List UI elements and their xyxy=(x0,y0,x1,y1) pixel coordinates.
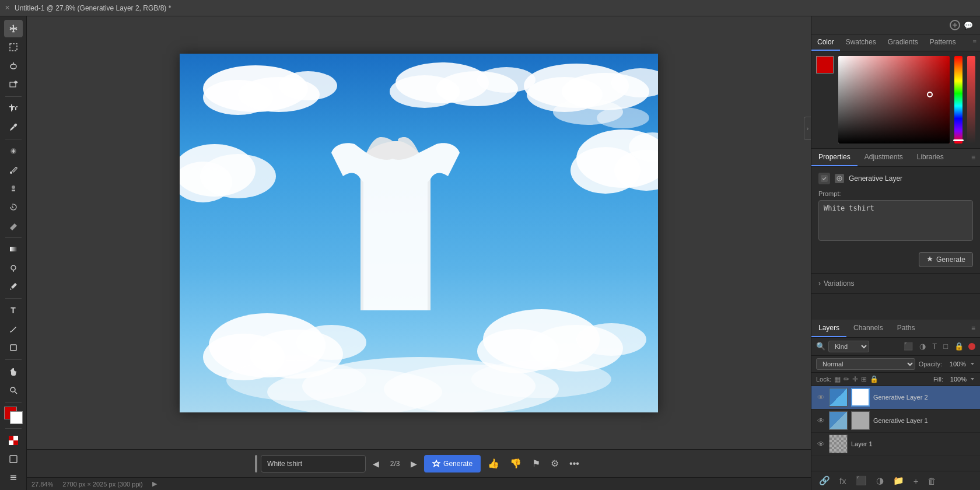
lock-transparent-btn[interactable]: ▦ xyxy=(834,375,841,383)
pen-tool[interactable] xyxy=(4,278,23,295)
close-button[interactable]: ✕ xyxy=(5,4,10,12)
tab-layers[interactable]: Layers xyxy=(811,320,846,337)
layer-adjustment-btn[interactable]: ◑ xyxy=(873,474,887,488)
more-options-button[interactable]: ••• xyxy=(566,456,583,471)
layers-panel-menu[interactable]: ≡ xyxy=(967,321,980,336)
filter-smart-btn[interactable]: 🔒 xyxy=(953,341,965,352)
change-screen-mode-btn[interactable] xyxy=(4,450,23,468)
tab-properties[interactable]: Properties xyxy=(811,149,858,166)
zoom-tool[interactable] xyxy=(4,382,23,399)
flag-button[interactable]: ⚑ xyxy=(528,456,544,471)
prompt-textarea[interactable]: White tshirt xyxy=(818,200,973,241)
path-select-tool[interactable] xyxy=(4,320,23,338)
tab-paths[interactable]: Paths xyxy=(890,320,922,337)
lock-artboard-btn[interactable]: ⊞ xyxy=(861,375,867,383)
properties-panel-menu[interactable]: ≡ xyxy=(967,150,980,165)
blend-mode-row: Normal Opacity: 100% xyxy=(811,356,980,373)
generate-button[interactable]: Generate xyxy=(919,252,973,267)
mask-gen2 xyxy=(851,388,870,407)
tab-gradients[interactable]: Gradients xyxy=(882,34,924,51)
tab-patterns[interactable]: Patterns xyxy=(924,34,962,51)
current-color-swatch[interactable] xyxy=(816,56,834,74)
filter-pixel-btn[interactable]: ⬛ xyxy=(902,341,915,352)
prev-variation-button[interactable]: ◀ xyxy=(369,457,383,471)
svg-rect-17 xyxy=(10,456,17,463)
fill-value[interactable]: 100% xyxy=(946,376,967,383)
svg-rect-15 xyxy=(9,440,13,445)
thumbup-button[interactable]: 👍 xyxy=(484,456,503,471)
layer-mask-btn[interactable]: ⬛ xyxy=(853,474,870,488)
spot-heal-tool[interactable] xyxy=(4,142,23,160)
tab-channels[interactable]: Channels xyxy=(846,320,890,337)
tab-color[interactable]: Color xyxy=(811,34,840,51)
layer-item-gen1[interactable]: 👁 Generative Layer 1 xyxy=(811,410,980,433)
color-panel-tabs: Color Swatches Gradients Patterns ≡ xyxy=(811,34,980,51)
object-select-tool[interactable] xyxy=(4,76,23,93)
hue-slider[interactable] xyxy=(954,56,963,144)
gradient-tool[interactable] xyxy=(4,240,23,258)
svg-rect-13 xyxy=(9,436,13,440)
stamp-tool[interactable] xyxy=(4,180,23,197)
svg-rect-18 xyxy=(10,475,16,477)
layer-item-layer1[interactable]: 👁 Layer 1 xyxy=(811,433,980,456)
lock-all-btn[interactable]: 🔒 xyxy=(870,375,878,383)
text-tool[interactable]: T xyxy=(4,302,23,319)
contextual-prompt-input[interactable] xyxy=(261,455,366,473)
panel-icon-1[interactable] xyxy=(950,20,960,30)
color-panel-menu[interactable]: ≡ xyxy=(970,34,980,51)
layer-fx-btn[interactable]: fx xyxy=(836,474,849,488)
color-swatches[interactable] xyxy=(4,407,23,424)
tab-swatches[interactable]: Swatches xyxy=(840,34,882,51)
layer-delete-btn[interactable]: 🗑 xyxy=(925,474,939,488)
status-arrow[interactable]: ▶ xyxy=(152,480,157,488)
filter-adjust-btn[interactable]: ◑ xyxy=(918,341,928,352)
shape-tool[interactable] xyxy=(4,339,23,356)
variations-header[interactable]: › Variations xyxy=(818,279,973,288)
brush-tool[interactable] xyxy=(4,161,23,178)
more-tools-btn[interactable] xyxy=(4,469,23,487)
layer-new-btn[interactable]: + xyxy=(911,474,922,488)
separator-7 xyxy=(5,428,22,429)
color-picker-area[interactable] xyxy=(838,56,950,144)
eyedropper-tool[interactable] xyxy=(4,118,23,136)
history-brush-tool[interactable] xyxy=(4,198,23,216)
alpha-slider[interactable] xyxy=(967,56,975,144)
svg-line-12 xyxy=(15,392,17,394)
thumbdown-button[interactable]: 👎 xyxy=(506,456,525,471)
quick-mask-btn[interactable] xyxy=(4,432,23,449)
contextual-generate-button[interactable]: Generate xyxy=(424,455,481,473)
next-variation-button[interactable]: ▶ xyxy=(407,457,421,471)
dodge-tool[interactable] xyxy=(4,259,23,276)
svg-point-8 xyxy=(11,265,16,270)
layer-group-btn[interactable]: 📁 xyxy=(890,474,907,488)
lock-position-btn[interactable]: ✛ xyxy=(852,375,858,383)
variations-section: › Variations xyxy=(811,274,980,294)
visibility-gen1[interactable]: 👁 xyxy=(816,416,825,425)
lasso-tool[interactable] xyxy=(4,57,23,75)
layer-item-gen2[interactable]: 👁 Generative Layer 2 xyxy=(811,386,980,410)
lock-row: Lock: ▦ ✏ ✛ ⊞ 🔒 Fill: 100% xyxy=(811,373,980,386)
visibility-gen2[interactable]: 👁 xyxy=(816,393,825,402)
layer-name-layer1: Layer 1 xyxy=(851,440,975,447)
visibility-layer1[interactable]: 👁 xyxy=(816,440,825,449)
eraser-tool[interactable] xyxy=(4,217,23,235)
background-swatch[interactable] xyxy=(10,411,23,424)
hand-tool[interactable] xyxy=(4,363,23,380)
marquee-tool[interactable] xyxy=(4,38,23,56)
move-tool[interactable] xyxy=(4,20,23,37)
tab-libraries[interactable]: Libraries xyxy=(910,149,951,166)
tab-adjustments[interactable]: Adjustments xyxy=(858,149,910,166)
gen-layer-title: Generative Layer xyxy=(849,174,902,183)
settings-button[interactable]: ⚙ xyxy=(547,456,562,471)
blend-mode-select[interactable]: Normal xyxy=(816,358,915,370)
crop-tool[interactable] xyxy=(4,100,23,117)
opacity-value[interactable]: 100% xyxy=(946,360,966,368)
filter-kind-select[interactable]: Kind xyxy=(828,341,869,352)
canvas-wrapper[interactable] xyxy=(27,16,811,449)
lock-pixels-btn[interactable]: ✏ xyxy=(844,375,849,383)
filter-shape-btn[interactable]: □ xyxy=(942,341,950,352)
layer-link-btn[interactable]: 🔗 xyxy=(816,474,833,488)
collapse-right-panel-btn[interactable]: › xyxy=(804,117,811,140)
panel-icon-2[interactable]: 💬 xyxy=(964,21,973,30)
filter-type-btn[interactable]: T xyxy=(930,341,939,352)
